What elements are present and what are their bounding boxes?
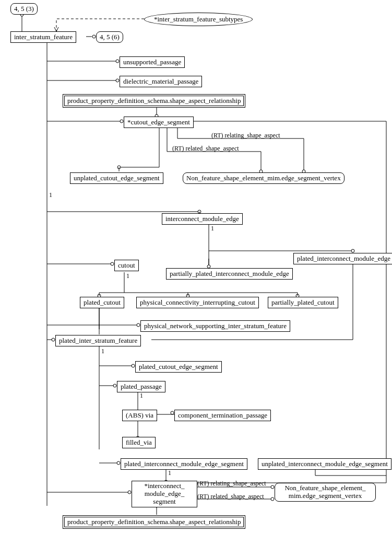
svg-point-55 — [113, 384, 116, 387]
svg-point-32 — [351, 249, 354, 252]
page-ref-side: 4, 5 (6) — [96, 31, 123, 43]
ime-label: interconnect_module_edge — [165, 215, 239, 223]
pp-ime-label: partially_plated_interconnect_module_edg… — [170, 270, 289, 277]
plated-ime-segment-node: plated_interconnect_module_edge_segment — [121, 458, 247, 470]
page-ref-top-label: 4, 5 (3) — [14, 5, 34, 13]
interconnect-module-edge-node: interconnect_module_edge — [162, 213, 243, 225]
interconnect-module-edge-segment-node: *interconnect_module_edge_segment — [132, 481, 197, 507]
unplated-ime-segment-node: unplated_interconnect_module_edge_segmen… — [258, 458, 391, 470]
isfs-label: *inter_stratum_feature_subtypes — [154, 15, 243, 23]
ctp-label: component_termination_passage — [178, 411, 267, 419]
ppds-sar-bottom-label: product_property_definition_schema.shape… — [67, 518, 241, 526]
partially-plated-ime-node: partially_plated_interconnect_module_edg… — [166, 268, 293, 280]
svg-point-62 — [171, 411, 174, 414]
inter-stratum-feature-node: inter_stratum_feature — [10, 31, 76, 43]
cutout-edge-segment-node: *cutout_edge_segment — [124, 117, 194, 128]
dielectric-material-passage-node: dielectric_material_passage — [120, 76, 202, 87]
plated-passage-label: plated_passage — [121, 383, 162, 390]
cutout-node: cutout — [114, 260, 139, 271]
svg-point-49 — [52, 338, 55, 341]
one-marker-a: 1 — [49, 191, 52, 199]
svg-point-47 — [137, 323, 140, 327]
pcic-node: physical_connectivity_interrupting_cutou… — [136, 297, 259, 308]
one-marker-b: 1 — [211, 225, 214, 233]
one-marker-f: 1 — [168, 469, 171, 477]
plated-passage-node: plated_passage — [117, 381, 165, 392]
abs-via-label: (ABS) via — [126, 411, 153, 419]
svg-point-65 — [117, 461, 120, 465]
page-ref-top: 4, 5 (3) — [10, 3, 38, 15]
filled-via-node: filled_via — [122, 437, 156, 448]
rt-relating-top-label: (RT) relating_shape_aspect — [211, 132, 280, 140]
pns-isf-label: physical_network_supporting_inter_stratu… — [144, 322, 287, 330]
nfse-top-label: Non_feature_shape_element_mim.edge_segme… — [186, 174, 341, 182]
unplated-ces-label: unplated_cutout_edge_segment — [74, 174, 160, 182]
svg-point-76 — [271, 497, 274, 501]
one-marker-e: 1 — [140, 392, 143, 400]
physical-network-supporting-isf-node: physical_network_supporting_inter_stratu… — [140, 320, 290, 332]
rt-related-top-label: (RT) related_shape_aspect — [172, 145, 239, 153]
unplated-cutout-edge-segment-node: unplated_cutout_edge_segment — [70, 172, 163, 184]
plated-cutout-edge-segment-node: plated_cutout_edge_segment — [135, 361, 222, 373]
unplated-imes-label: unplated_interconnect_module_edge_segmen… — [262, 460, 388, 468]
nfse-bottom-label: Non_feature_shape_element_mim.edge_segme… — [284, 484, 365, 500]
one-marker-d: 1 — [101, 347, 104, 355]
ppds-sar-bottom-node: product_property_definition_schema.shape… — [63, 515, 245, 529]
svg-point-74 — [271, 485, 274, 489]
ppds-sar-top-label: product_property_definition_schema.shape… — [67, 97, 241, 105]
plated-cutout-label: plated_cutout — [84, 298, 121, 306]
unsupported-passage-label: unsupported_passage — [123, 58, 181, 66]
svg-point-37 — [111, 262, 114, 265]
plated-ces-label: plated_cutout_edge_segment — [139, 363, 218, 370]
plated-isf-label: plated_inter_stratum_feature — [59, 337, 137, 344]
cutout-edge-segment-label: *cutout_edge_segment — [127, 118, 190, 126]
svg-point-12 — [120, 120, 123, 123]
page-ref-side-label: 4, 5 (6) — [100, 33, 120, 41]
nfse-bottom-node: Non_feature_shape_element_mim.edge_segme… — [275, 483, 376, 502]
rt-relating-bottom-label: (RT) relating_shape_aspect — [197, 480, 266, 488]
isf-label: inter_stratum_feature — [14, 33, 73, 41]
pime-label: plated_interconnect_module_edge — [297, 254, 390, 262]
svg-point-78 — [128, 491, 131, 494]
pcic-label: physical_connectivity_interrupting_cutou… — [140, 298, 255, 306]
plated-imes-label: plated_interconnect_module_edge_segment — [124, 460, 244, 468]
one-marker-c: 1 — [126, 272, 129, 280]
ppds-sar-top-node: product_property_definition_schema.shape… — [63, 94, 245, 108]
svg-point-6 — [116, 60, 119, 63]
component-termination-passage-node: component_termination_passage — [174, 410, 271, 421]
svg-point-53 — [132, 364, 135, 367]
partially-plated-cutout-node: partially_plated_cutout — [268, 297, 338, 308]
plated-inter-stratum-feature-node: plated_inter_stratum_feature — [55, 335, 141, 346]
svg-point-8 — [116, 79, 119, 82]
nfse-top-node: Non_feature_shape_element_mim.edge_segme… — [183, 172, 345, 184]
filled-via-label: filled_via — [126, 438, 152, 446]
cutout-label: cutout — [118, 261, 135, 269]
partially-plated-cutout-label: partially_plated_cutout — [271, 298, 335, 306]
imes-label: *interconnect_module_edge_segment — [144, 482, 184, 505]
svg-point-2 — [92, 35, 96, 38]
unsupported-passage-node: unsupported_passage — [120, 56, 185, 68]
inter-stratum-feature-subtypes-node: *inter_stratum_feature_subtypes — [144, 13, 253, 26]
rt-related-bottom-label: (RT) related_shape_aspect — [197, 493, 264, 501]
dielectric-material-passage-label: dielectric_material_passage — [123, 77, 198, 85]
plated-interconnect-module-edge-node: plated_interconnect_module_edge — [293, 253, 392, 264]
plated-cutout-node: plated_cutout — [80, 297, 124, 308]
abs-via-node: (ABS) via — [122, 410, 157, 421]
